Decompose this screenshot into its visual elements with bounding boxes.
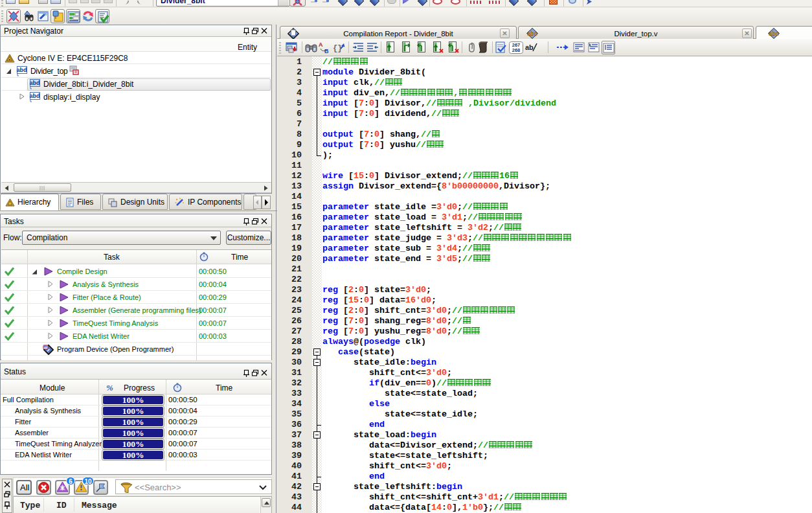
svg-text:A: A — [319, 41, 323, 48]
svg-text:268: 268 — [512, 47, 521, 53]
svg-text:ab: ab — [525, 43, 534, 51]
svg-text:abd: abd — [16, 67, 27, 73]
svg-text:abd: abd — [29, 80, 39, 86]
svg-text:abd: abd — [29, 93, 39, 99]
svg-text:abc: abc — [527, 30, 537, 37]
svg-text:abc: abc — [769, 30, 779, 37]
